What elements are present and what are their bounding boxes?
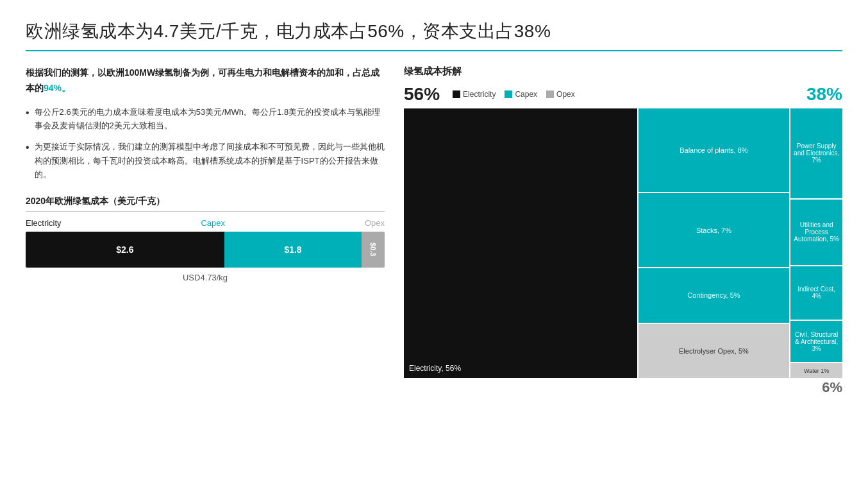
bar-opex: $0.3 [362,232,385,268]
tm-middle: Balance of plants, 8% Stacks, 7% Conting… [638,108,790,378]
cost-section-title: 2020年欧洲绿氢成本（美元/千克） [26,196,385,207]
content-area: 根据我们的测算，以欧洲100MW绿氢制备为例，可再生电力和电解槽资本的加和，占总… [26,65,842,396]
tm-electricity: Electricity, 56% [404,108,637,378]
bar-total-label: USD4.73/kg [26,273,385,282]
bar-chart: $2.6 $1.8 $0.3 [26,232,385,268]
bottom-pct: 6% [404,379,842,396]
legend-electricity: Electricity [453,90,496,99]
electricity-header: Electricity [26,218,62,228]
bar-capex: $1.8 [224,232,362,268]
list-item: 为更接近于实际情况，我们建立的测算模型中考虑了间接成本和不可预见费，因此与一些其… [26,140,385,181]
bullet-list: 每公斤2.6美元的电力成本意味着度电成本为53美元/MWh。每公斤1.8美元的投… [26,105,385,182]
teal-divider [26,50,842,51]
opex-value: $0.3 [369,243,377,256]
tm-power-supply: Power Supply and Electronics, 7% [790,108,842,198]
tm-electrolyser-opex: Electrolyser Opex, 5% [638,324,790,378]
tm-right: Power Supply and Electronics, 7% Utiliti… [790,108,842,378]
right-section-title: 绿氢成本拆解 [404,65,842,78]
tm-stacks: Stacks, 7% [638,193,790,267]
legend-swatch-electricity [453,90,460,98]
legend-swatch-opex [546,90,554,98]
intro-highlight: 94%。 [44,83,71,93]
bullet-text-2: 为更接近于实际情况，我们建立的测算模型中考虑了间接成本和不可预见费，因此与一些其… [35,140,385,181]
tm-utilities: Utilities and Process Automation, 5% [790,200,842,265]
stacks-label: Stacks, 7% [696,227,731,234]
tm-civil: Civil, Structural & Architectural, 3% [790,321,842,362]
capex-value: $1.8 [284,244,301,255]
opex-header: Opex [365,218,385,228]
water-label: Water 1% [804,368,829,374]
intro-text: 根据我们的测算，以欧洲100MW绿氢制备为例，可再生电力和电解槽资本的加和，占总… [26,65,385,96]
electricity-value: $2.6 [116,244,133,255]
left-panel: 根据我们的测算，以欧洲100MW绿氢制备为例，可再生电力和电解槽资本的加和，占总… [26,65,385,396]
legend-swatch-capex [505,90,512,98]
utilities-label: Utilities and Process Automation, 5% [793,221,840,243]
list-item: 每公斤2.6美元的电力成本意味着度电成本为53美元/MWh。每公斤1.8美元的投… [26,105,385,133]
pct-38: 38% [806,84,842,105]
bar-electricity: $2.6 [26,232,224,268]
tm-contingency: Contingency, 5% [638,268,790,322]
tm-balance: Balance of plants, 8% [638,108,790,192]
tm-water: Water 1% [790,363,842,378]
bar-chart-header: Electricity Capex Opex [26,218,385,228]
bullet-text-1: 每公斤2.6美元的电力成本意味着度电成本为53美元/MWh。每公斤1.8美元的投… [35,105,385,133]
power-supply-label: Power Supply and Electronics, 7% [793,142,840,164]
legend-label-electricity: Electricity [463,90,496,99]
treemap: Electricity, 56% Balance of plants, 8% S… [404,108,842,378]
page-title: 欧洲绿氢成本为4.7美元/千克，电力成本占56%，资本支出占38% [26,19,842,44]
legend-opex: Opex [546,90,575,99]
pct-56: 56% [404,84,440,105]
legend-label-opex: Opex [556,90,575,99]
contingency-label: Contingency, 5% [687,291,740,299]
legend: Electricity Capex Opex [453,90,806,99]
chart-header-row: 56% Electricity Capex Opex 38% [404,84,842,105]
capex-header: Capex [201,218,225,228]
electricity-label: Electricity, 56% [409,364,461,373]
legend-label-capex: Capex [515,90,537,99]
right-panel: 绿氢成本拆解 56% Electricity Capex Opex 38% [404,65,842,396]
legend-capex: Capex [505,90,537,99]
cost-divider [26,211,385,212]
electrolyser-opex-label: Electrolyser Opex, 5% [679,347,749,355]
balance-label: Balance of plants, 8% [680,146,747,154]
intro-text-main: 根据我们的测算，以欧洲100MW绿氢制备为例，可再生电力和电解槽资本的加和，占总… [26,67,380,93]
civil-label: Civil, Structural & Architectural, 3% [793,331,840,352]
indirect-label: Indirect Cost, 4% [793,286,840,300]
tm-indirect: Indirect Cost, 4% [790,266,842,320]
